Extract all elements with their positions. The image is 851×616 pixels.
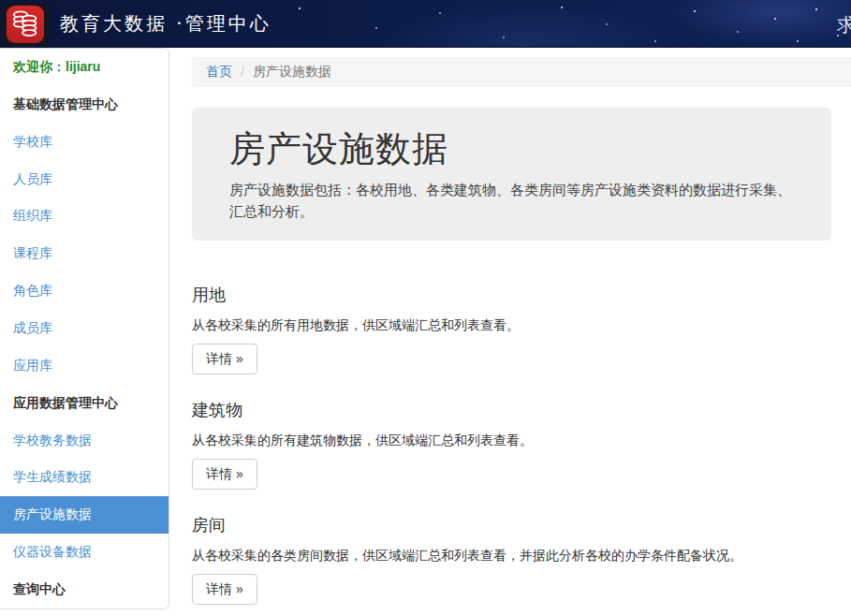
sidebar-item-school-affairs-data[interactable]: 学校教务数据 xyxy=(0,422,169,460)
sidebar-item-application-library[interactable]: 应用库 xyxy=(0,347,169,385)
sidebar-welcome-text: 欢迎你：lijiaru xyxy=(0,49,169,86)
breadcrumb-separator: / xyxy=(241,65,244,80)
section-building-description: 从各校采集的所有建筑物数据，供区域端汇总和列表查看。 xyxy=(192,431,851,449)
top-navbar: 教育大数据 ·管理中心 求 xyxy=(0,0,851,48)
building-detail-button[interactable]: 详情 » xyxy=(192,459,257,490)
sidebar-item-student-score-data[interactable]: 学生成绩数据 xyxy=(0,459,169,496)
sidebar-item-personnel-library[interactable]: 人员库 xyxy=(0,161,169,198)
navbar-right-partial-text[interactable]: 求 xyxy=(837,12,851,37)
sidebar-item-organization-library[interactable]: 组织库 xyxy=(0,198,169,235)
section-land-description: 从各校采集的所有用地数据，供区域端汇总和列表查看。 xyxy=(192,315,851,334)
page-hero: 房产设施数据 房产设施数据包括：各校用地、各类建筑物、各类房间等房产设施类资料的… xyxy=(192,108,831,241)
sidebar-item-role-library[interactable]: 角色库 xyxy=(0,272,169,310)
database-stack-icon xyxy=(9,7,41,42)
sidebar-item-school-library[interactable]: 学校库 xyxy=(0,124,169,161)
brand-title[interactable]: 教育大数据 ·管理中心 xyxy=(60,11,271,37)
main-content: 首页 / 房产设施数据 房产设施数据 房产设施数据包括：各校用地、各类建筑物、各… xyxy=(192,48,851,605)
room-detail-button[interactable]: 详情 » xyxy=(192,574,257,605)
sidebar-header-app-data-center: 应用数据管理中心 xyxy=(0,385,169,422)
sidebar-item-instrument-equipment-data[interactable]: 仪器设备数据 xyxy=(0,534,169,571)
sidebar-item-property-facility-data[interactable]: 房产设施数据 xyxy=(0,496,169,534)
sidebar-item-course-library[interactable]: 课程库 xyxy=(0,235,169,272)
section-building-title: 建筑物 xyxy=(192,401,851,419)
land-detail-button[interactable]: 详情 » xyxy=(192,344,257,374)
page-description: 房产设施数据包括：各校用地、各类建筑物、各类房间等房产设施类资料的数据进行采集、… xyxy=(229,179,791,222)
section-building: 建筑物 从各校采集的所有建筑物数据，供区域端汇总和列表查看。 详情 » xyxy=(192,401,851,490)
sidebar-header-basic-data-center: 基础数据管理中心 xyxy=(0,86,169,124)
sidebar-header-query-center: 查询中心 xyxy=(0,571,169,609)
sidebar-menu: 欢迎你：lijiaru 基础数据管理中心 学校库 人员库 组织库 课程库 角色库… xyxy=(0,48,169,609)
section-room-description: 从各校采集的各类房间数据，供区域端汇总和列表查看，并据此分析各校的办学条件配备状… xyxy=(192,546,851,565)
section-room-title: 房间 xyxy=(192,516,851,535)
logo-red-tile xyxy=(7,6,44,43)
page-title: 房产设施数据 xyxy=(229,130,794,168)
sidebar-item-member-library[interactable]: 成员库 xyxy=(0,310,169,347)
section-land-title: 用地 xyxy=(192,286,851,304)
app-logo[interactable] xyxy=(2,3,49,46)
section-room: 房间 从各校采集的各类房间数据，供区域端汇总和列表查看，并据此分析各校的办学条件… xyxy=(192,516,851,605)
breadcrumb-current: 房产设施数据 xyxy=(253,64,331,81)
breadcrumb: 首页 / 房产设施数据 xyxy=(192,57,851,87)
section-land: 用地 从各校采集的所有用地数据，供区域端汇总和列表查看。 详情 » xyxy=(192,286,851,374)
breadcrumb-home-link[interactable]: 首页 xyxy=(206,64,232,81)
